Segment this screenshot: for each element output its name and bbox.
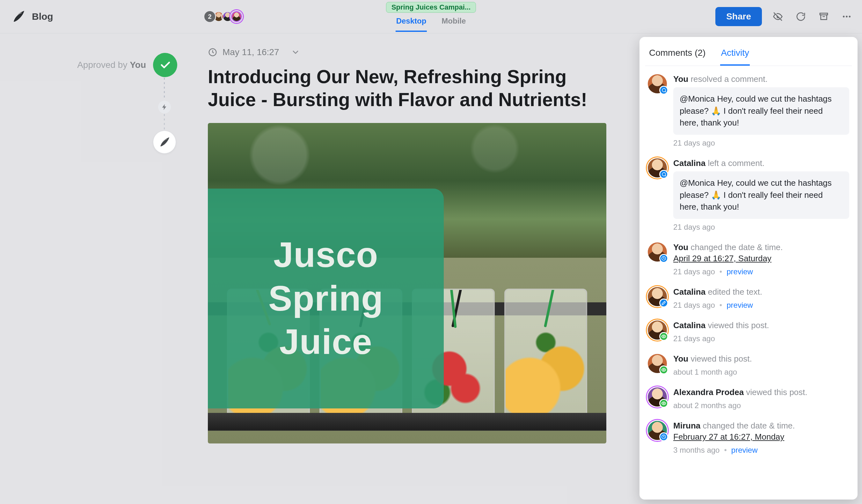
svg-point-1	[843, 16, 845, 17]
approved-prefix: Approved by	[77, 60, 130, 70]
approved-check-icon[interactable]	[153, 53, 177, 77]
activity-time: 21 days ago	[673, 138, 849, 147]
comment-badge-icon	[659, 170, 668, 179]
activity-meta: You resolved a comment.	[673, 74, 849, 84]
hero-shelf	[208, 413, 606, 431]
panel-tabs: Comments (2) Activity	[645, 44, 852, 66]
tab-comments[interactable]: Comments (2)	[649, 44, 706, 66]
quill-logo-icon	[11, 9, 26, 24]
more-icon[interactable]	[840, 10, 854, 24]
collaborator-count-badge[interactable]: 2	[204, 10, 216, 23]
preview-link[interactable]: preview	[727, 301, 753, 310]
activity-body: You viewed this post.about 1 month ago	[673, 354, 849, 376]
preview-link[interactable]: preview	[731, 446, 758, 455]
activity-meta: Alexandra Prodea viewed this post.	[673, 387, 849, 397]
clock-icon	[208, 48, 218, 57]
bolt-step-icon[interactable]	[158, 101, 171, 114]
svg-point-3	[849, 16, 850, 17]
activity-meta: You changed the date & time.	[673, 242, 849, 252]
app-label: Blog	[32, 11, 53, 22]
activity-actor: Catalina	[673, 287, 705, 296]
eye-badge-icon	[659, 332, 668, 341]
activity-time: 3 months ago•preview	[673, 446, 849, 455]
header-center: Spring Juices Campai... Desktop Mobile	[386, 0, 476, 33]
activity-date-link[interactable]: February 27 at 16:27, Monday	[673, 432, 784, 441]
approval-status-block: Approved by You	[69, 53, 177, 77]
activity-time: 21 days ago•preview	[673, 301, 849, 310]
clock-badge-icon	[659, 432, 668, 441]
activity-avatar[interactable]	[648, 74, 667, 93]
activity-body: Catalina viewed this post.21 days ago	[673, 320, 849, 343]
activity-item: You viewed this post.about 1 month ago	[648, 354, 849, 376]
approved-line: Approved by You	[69, 53, 177, 77]
share-button[interactable]: Share	[715, 7, 762, 26]
approved-by: You	[130, 60, 146, 70]
activity-comment: @Monica Hey, could we cut the hashtags p…	[673, 171, 849, 219]
activity-body: Catalina left a comment.@Monica Hey, cou…	[673, 158, 849, 231]
activity-actor: You	[673, 242, 688, 252]
timeline-connector	[164, 78, 165, 100]
activity-item: Catalina viewed this post.21 days ago	[648, 320, 849, 343]
activity-avatar[interactable]	[648, 421, 667, 440]
preview-link[interactable]: preview	[727, 267, 753, 276]
clock-badge-icon	[659, 254, 668, 263]
visibility-off-icon[interactable]	[771, 10, 785, 24]
activity-panel: Comments (2) Activity You resolved a com…	[639, 37, 858, 500]
activity-actor: Alexandra Prodea	[673, 387, 744, 397]
activity-avatar[interactable]	[648, 320, 667, 340]
activity-avatar[interactable]	[648, 242, 667, 262]
activity-feed: You resolved a comment.@Monica Hey, coul…	[645, 74, 852, 455]
refresh-icon[interactable]	[794, 10, 808, 24]
tab-mobile[interactable]: Mobile	[441, 15, 466, 32]
activity-avatar[interactable]	[648, 354, 667, 373]
activity-actor: Catalina	[673, 320, 705, 330]
activity-date-link[interactable]: April 29 at 16:27, Saturday	[673, 254, 771, 263]
activity-avatar[interactable]	[648, 158, 667, 177]
chevron-down-icon[interactable]	[291, 48, 300, 57]
activity-time: 21 days ago	[673, 334, 849, 343]
activity-body: Miruna changed the date & time.February …	[673, 421, 849, 455]
activity-actor: Miruna	[673, 421, 701, 430]
archive-icon[interactable]	[817, 10, 831, 24]
post-title: Introducing Our New, Refreshing Spring J…	[208, 66, 606, 111]
timestamp-row[interactable]: May 11, 16:27	[208, 47, 606, 57]
edit-badge-icon	[659, 299, 668, 307]
activity-body: Catalina edited the text.21 days ago•pre…	[673, 287, 849, 310]
activity-avatar[interactable]	[648, 387, 667, 407]
topbar-actions: Share	[715, 7, 854, 26]
activity-time: 21 days ago	[673, 223, 849, 231]
comment-badge-icon	[659, 86, 668, 95]
collaborator-stack[interactable]: 2	[204, 10, 243, 23]
eye-badge-icon	[659, 399, 668, 408]
activity-comment: @Monica Hey, could we cut the hashtags p…	[673, 87, 849, 135]
activity-body: You resolved a comment.@Monica Hey, coul…	[673, 74, 849, 147]
activity-body: You changed the date & time.April 29 at …	[673, 242, 849, 276]
jar	[504, 289, 587, 422]
activity-actor: You	[673, 354, 688, 363]
activity-meta: Catalina edited the text.	[673, 287, 849, 297]
timeline-connector	[164, 114, 165, 130]
campaign-chip[interactable]: Spring Juices Campai...	[386, 2, 476, 13]
activity-meta: Miruna changed the date & time.	[673, 421, 849, 431]
hero-overlay-text: Jusco Spring Juice	[269, 233, 383, 364]
post-timestamp: May 11, 16:27	[223, 47, 279, 57]
activity-item: Catalina left a comment.@Monica Hey, cou…	[648, 158, 849, 231]
activity-actor: Catalina	[673, 158, 705, 168]
post-content: May 11, 16:27 Introducing Our New, Refre…	[208, 47, 606, 443]
brand-block: Blog	[11, 9, 53, 24]
activity-time: about 2 months ago	[673, 401, 849, 410]
activity-item: Miruna changed the date & time.February …	[648, 421, 849, 455]
activity-actor: You	[673, 74, 688, 84]
activity-meta: Catalina left a comment.	[673, 158, 849, 168]
compose-step-icon[interactable]	[153, 131, 176, 154]
activity-time: about 1 month ago	[673, 368, 849, 376]
post-hero-image: Jusco Spring Juice	[208, 123, 606, 443]
activity-avatar[interactable]	[648, 287, 667, 306]
eye-badge-icon	[659, 366, 668, 374]
tab-activity[interactable]: Activity	[720, 44, 750, 66]
tab-desktop[interactable]: Desktop	[396, 15, 427, 32]
activity-meta: Catalina viewed this post.	[673, 320, 849, 330]
activity-body: Alexandra Prodea viewed this post.about …	[673, 387, 849, 410]
collaborator-avatar[interactable]	[230, 10, 243, 23]
activity-item: You resolved a comment.@Monica Hey, coul…	[648, 74, 849, 147]
